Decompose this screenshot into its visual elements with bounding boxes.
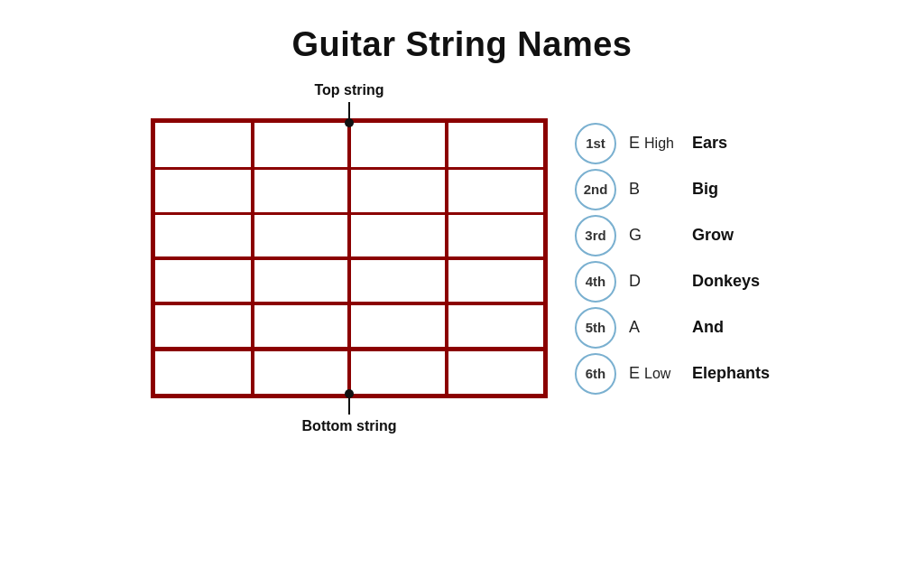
fretboard-wrapper xyxy=(151,118,548,398)
top-label-area: Top string xyxy=(314,82,383,118)
string-line-4 xyxy=(151,302,548,305)
string-note-6: E Low xyxy=(629,364,692,383)
page-title: Guitar String Names xyxy=(292,25,633,64)
string-info-panel: 1stE HighEars2ndBBig3rdGGrow4thDDonkeys5… xyxy=(575,120,773,396)
bottom-label-area: Bottom string xyxy=(302,398,397,434)
string-note-1: E High xyxy=(629,134,692,153)
string-row-3: 3rdGGrow xyxy=(575,212,773,258)
string-mnemonic-2: Big xyxy=(692,180,773,199)
string-note-2: B xyxy=(629,180,692,199)
fretboard-area: Top string Bottom string xyxy=(151,82,548,434)
top-string-dot xyxy=(345,118,354,127)
string-badge-2: 2nd xyxy=(575,169,616,210)
string-mnemonic-3: Grow xyxy=(692,226,773,245)
string-mnemonic-1: Ears xyxy=(692,134,773,153)
bottom-connector-line xyxy=(348,398,350,415)
string-badge-3: 3rd xyxy=(575,215,616,256)
string-mnemonic-4: Donkeys xyxy=(692,272,773,291)
string-badge-1: 1st xyxy=(575,123,616,164)
string-note-5: A xyxy=(629,318,692,337)
string-row-2: 2ndBBig xyxy=(575,166,773,212)
top-string-label: Top string xyxy=(314,82,383,98)
string-badge-4: 4th xyxy=(575,261,616,303)
string-line-3 xyxy=(151,256,548,260)
bottom-string-label: Bottom string xyxy=(302,418,397,434)
string-note-3: G xyxy=(629,226,692,245)
main-content: Top string Bottom string 1stE HighEars2n… xyxy=(0,82,924,434)
string-line-5 xyxy=(151,347,548,351)
string-line-1 xyxy=(151,167,548,170)
bottom-string-dot xyxy=(345,389,354,398)
string-badge-6: 6th xyxy=(575,353,616,395)
string-row-5: 5thAAnd xyxy=(575,304,773,350)
string-row-6: 6thE LowElephants xyxy=(575,350,773,396)
string-row-1: 1stE HighEars xyxy=(575,120,773,166)
string-row-4: 4thDDonkeys xyxy=(575,258,773,304)
string-mnemonic-5: And xyxy=(692,318,773,337)
string-badge-5: 5th xyxy=(575,307,616,349)
string-line-2 xyxy=(151,212,548,215)
fretboard xyxy=(151,118,548,398)
top-connector-line xyxy=(348,102,350,118)
string-note-4: D xyxy=(629,272,692,291)
string-mnemonic-6: Elephants xyxy=(692,364,773,383)
